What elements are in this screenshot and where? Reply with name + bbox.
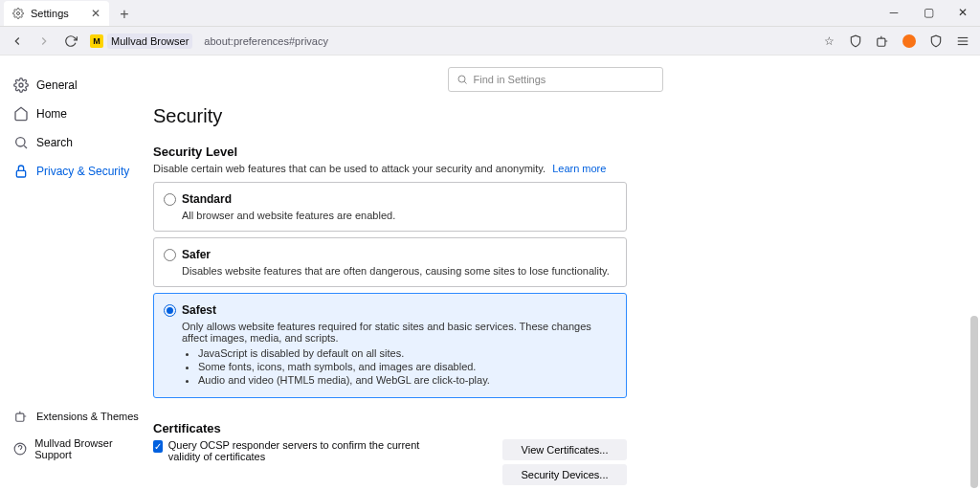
option-standard[interactable]: Standard All browser and website feature… — [153, 182, 627, 232]
sidebar-item-label: General — [36, 78, 78, 92]
sidebar-item-privacy[interactable]: Privacy & Security — [6, 159, 147, 184]
browser-label: Mullvad Browser — [107, 33, 192, 49]
sidebar-item-label: Home — [36, 107, 67, 121]
security-level-section: Security Level Disable certain web featu… — [153, 145, 627, 398]
sidebar-item-home[interactable]: Home — [6, 101, 147, 126]
help-icon — [13, 441, 27, 457]
svg-point-11 — [458, 76, 465, 82]
shield-toolbar-icon[interactable] — [844, 30, 867, 53]
radio-icon[interactable] — [164, 193, 176, 206]
settings-search[interactable]: Find in Settings — [448, 67, 663, 92]
svg-rect-9 — [16, 413, 24, 421]
sidebar-item-label: Extensions & Themes — [36, 411, 139, 422]
ocsp-label: Query OCSP responder servers to confirm … — [168, 439, 431, 462]
svg-line-12 — [464, 81, 466, 83]
svg-rect-8 — [16, 170, 25, 177]
search-icon — [457, 74, 468, 85]
bullet: JavaScript is disabled by default on all… — [198, 347, 616, 359]
search-icon — [13, 135, 29, 150]
sidebar-item-general[interactable]: General — [6, 73, 147, 98]
close-icon[interactable]: ✕ — [90, 8, 101, 19]
section-desc: Disable certain web features that can be… — [153, 163, 627, 174]
minimize-button[interactable]: ─ — [877, 0, 911, 26]
svg-point-6 — [16, 138, 25, 146]
forward-button[interactable] — [33, 30, 56, 53]
option-sub: All browser and website features are ena… — [182, 210, 616, 221]
mullvad-toolbar-icon[interactable] — [898, 30, 921, 53]
scrollbar-thumb[interactable] — [970, 316, 978, 488]
lock-icon — [13, 164, 29, 179]
toolbar: M Mullvad Browser about:preferences#priv… — [0, 27, 980, 56]
option-sub: Only allows website features required fo… — [182, 321, 616, 344]
option-sub: Disables website features that are often… — [182, 265, 616, 277]
view-certificates-button[interactable]: View Certificates... — [502, 439, 627, 460]
main-panel: Find in Settings Security Security Level… — [153, 56, 980, 490]
option-bullets: JavaScript is disabled by default on all… — [198, 347, 616, 386]
security-devices-button[interactable]: Security Devices... — [502, 464, 627, 485]
page-title: Security — [153, 105, 957, 127]
svg-point-0 — [17, 12, 20, 15]
option-label: Safest — [182, 303, 216, 317]
sidebar-item-label: Mullvad Browser Support — [34, 437, 140, 460]
option-safer[interactable]: Safer Disables website features that are… — [153, 237, 627, 287]
browser-tab[interactable]: Settings ✕ — [4, 1, 109, 26]
home-icon — [13, 106, 29, 122]
radio-icon[interactable] — [164, 249, 176, 261]
certificates-section: Certificates ✓ Query OCSP responder serv… — [153, 421, 627, 485]
learn-more-link[interactable]: Learn more — [552, 163, 606, 174]
url-bar[interactable]: about:preferences#privacy — [200, 35, 813, 47]
option-label: Safer — [182, 248, 211, 261]
close-window-button[interactable]: ✕ — [946, 0, 980, 26]
radio-icon[interactable] — [164, 304, 176, 317]
back-button[interactable] — [6, 30, 29, 53]
sidebar-item-label: Privacy & Security — [36, 165, 129, 178]
identity-chip[interactable]: M Mullvad Browser — [86, 32, 196, 51]
gear-icon — [11, 7, 25, 20]
section-heading: Certificates — [153, 421, 627, 435]
titlebar: Settings ✕ + ─ ▢ ✕ — [0, 0, 980, 27]
shield2-icon[interactable] — [924, 30, 947, 53]
svg-rect-1 — [878, 38, 885, 46]
gear-icon — [13, 78, 29, 93]
window-controls: ─ ▢ ✕ — [877, 0, 980, 26]
puzzle-icon — [13, 409, 29, 424]
svg-point-5 — [19, 83, 23, 87]
option-label: Standard — [182, 192, 232, 206]
bullet: Some fonts, icons, math symbols, and ima… — [198, 361, 616, 372]
bookmark-star-icon[interactable]: ☆ — [817, 30, 840, 53]
sidebar-item-search[interactable]: Search — [6, 130, 147, 155]
checkbox-ocsp[interactable]: ✓ — [153, 440, 163, 453]
menu-button[interactable] — [951, 30, 974, 53]
extension-icon[interactable] — [871, 30, 894, 53]
new-tab-button[interactable]: + — [113, 3, 136, 26]
option-safest[interactable]: Safest Only allows website features requ… — [153, 293, 627, 398]
content: General Home Search Privacy & Security E… — [0, 56, 980, 490]
search-placeholder: Find in Settings — [474, 74, 546, 85]
sidebar: General Home Search Privacy & Security E… — [0, 56, 153, 490]
sidebar-item-label: Search — [36, 136, 73, 149]
bullet: Audio and video (HTML5 media), and WebGL… — [198, 374, 616, 386]
reload-button[interactable] — [59, 30, 82, 53]
section-heading: Security Level — [153, 145, 627, 159]
svg-line-7 — [24, 145, 27, 148]
sidebar-item-support[interactable]: Mullvad Browser Support — [6, 433, 147, 465]
mullvad-icon: M — [90, 34, 103, 48]
tab-title: Settings — [31, 8, 84, 19]
sidebar-item-extensions[interactable]: Extensions & Themes — [6, 404, 147, 429]
maximize-button[interactable]: ▢ — [911, 0, 946, 26]
